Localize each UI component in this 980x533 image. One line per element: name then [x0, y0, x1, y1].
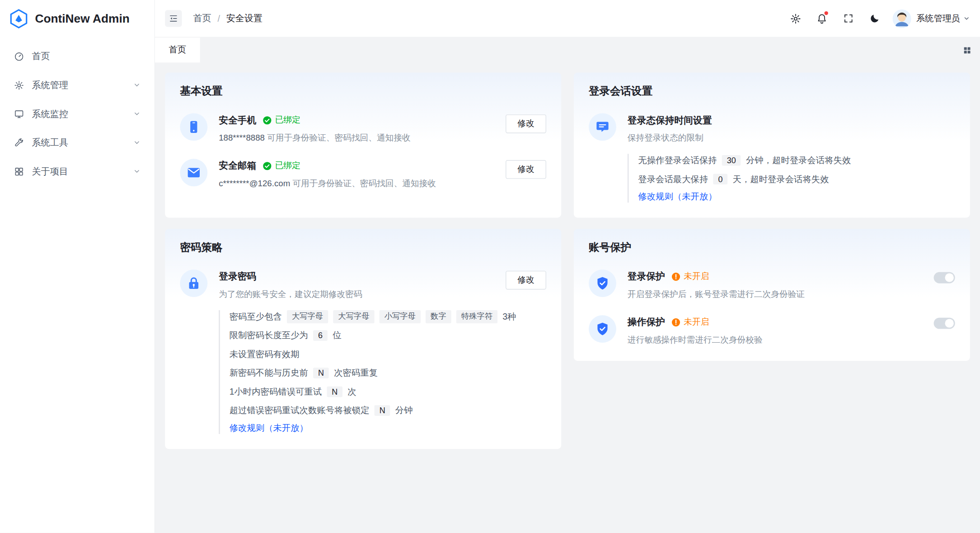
sidebar-nav: 首页 系统管理 系统监控 [0, 38, 155, 190]
toggle-knob [945, 273, 954, 282]
item-description: c********@126.com 可用于身份验证、密码找回、通知接收 [219, 178, 494, 189]
password-rule-expire: 未设置密码有效期 [230, 348, 546, 361]
card-title: 账号保护 [589, 240, 955, 255]
sidebar-item-system-tools[interactable]: 系统工具 [6, 130, 148, 155]
item-description: 保持登录状态的限制 [628, 132, 955, 144]
account-protection-card: 账号保护 登录保护 [574, 229, 970, 361]
item-description: 进行敏感操作时需进行二次身份校验 [628, 335, 923, 346]
sidebar-item-system-management[interactable]: 系统管理 [6, 72, 148, 97]
item-title: 安全邮箱 [219, 160, 256, 171]
breadcrumb-separator: / [217, 14, 220, 24]
user-menu[interactable]: 系统管理员 [916, 13, 970, 24]
shield-check-icon [589, 315, 616, 343]
item-title: 登录密码 [219, 270, 256, 282]
masked-email-value: c********@126.com [219, 179, 290, 189]
settings-gear-icon [790, 13, 801, 24]
session-edit-rules-link[interactable]: 修改规则（未开放） [638, 191, 717, 203]
history-count-value: N [313, 368, 329, 378]
sidebar-item-home[interactable]: 首页 [6, 44, 148, 69]
item-title: 安全手机 [219, 114, 256, 126]
retry-count-value: N [327, 387, 342, 397]
sidebar-item-label: 系统工具 [32, 137, 68, 148]
max-days-value: 0 [713, 174, 727, 185]
app-logo-icon [9, 9, 28, 28]
password-policy-card: 密码策略 登录密码 [165, 229, 561, 449]
password-rules: 密码至少包含 大写字母 大写字母 小写字母 数字 特殊字符 3种 限制密码长度至… [219, 310, 546, 434]
moon-icon [869, 13, 880, 24]
chat-icon [589, 113, 616, 141]
masked-phone-value: 188****8888 [219, 133, 265, 143]
chevron-down-icon [133, 81, 141, 89]
tab-label: 首页 [169, 44, 186, 56]
notification-dot [825, 11, 828, 14]
top-header: 首页 / 安全设置 [155, 0, 980, 38]
chevron-down-icon [133, 168, 141, 175]
notifications-button[interactable] [811, 8, 833, 29]
left-column: 基本设置 安全手机 [165, 72, 561, 449]
modify-phone-button[interactable]: 修改 [506, 114, 546, 133]
password-rule-length: 限制密码长度至少为 6 位 [230, 329, 546, 342]
security-phone-item: 安全手机 已绑定 188****8888 [180, 113, 546, 144]
shield-check-icon [589, 269, 616, 297]
chevron-down-icon [133, 139, 141, 146]
right-column: 登录会话设置 登录态保持时间设置 保持登录状态的限制 [574, 72, 970, 361]
chevron-down-icon [963, 15, 970, 22]
session-keep-item: 登录态保持时间设置 保持登录状态的限制 [589, 113, 955, 144]
session-idle-rule: 无操作登录会话保持 30 分钟，超时登录会话将失效 [638, 154, 955, 167]
card-title: 密码策略 [180, 240, 546, 255]
password-rule-lock: 超过错误密码重试次数账号将被锁定 N 分钟 [230, 404, 546, 417]
sidebar-item-label: 系统管理 [32, 79, 68, 91]
app-root: ContiNew Admin 首页 系统管理 [0, 0, 980, 533]
tab-grid-icon [962, 45, 972, 55]
sidebar-item-label: 系统监控 [32, 108, 68, 120]
app-title: ContiNew Admin [35, 12, 129, 25]
grid-icon [14, 166, 24, 177]
password-rule-history: 新密码不能与历史前 N 次密码重复 [230, 367, 546, 380]
tab-bar: 首页 [155, 38, 980, 62]
login-protection-toggle[interactable] [934, 272, 955, 283]
item-description: 188****8888 可用于身份验证、密码找回、通知接收 [219, 132, 494, 144]
chevron-down-icon [133, 110, 141, 118]
basic-settings-card: 基本设置 安全手机 [165, 72, 561, 217]
char-type-tag: 小写字母 [380, 310, 421, 323]
settings-button[interactable] [785, 8, 806, 29]
sidebar-item-system-monitor[interactable]: 系统监控 [6, 101, 148, 126]
item-title: 登录态保持时间设置 [628, 114, 712, 126]
sidebar: ContiNew Admin 首页 系统管理 [0, 0, 155, 533]
fullscreen-button[interactable] [838, 8, 859, 29]
user-name-label: 系统管理员 [916, 13, 960, 24]
user-avatar[interactable] [892, 9, 911, 28]
wrench-icon [14, 137, 24, 148]
card-title: 基本设置 [180, 84, 546, 98]
modify-email-button[interactable]: 修改 [506, 160, 546, 179]
sidebar-item-label: 关于项目 [32, 165, 68, 177]
status-badge-bound: 已绑定 [263, 114, 300, 126]
session-max-rule: 登录会话最大保持 0 天，超时登录会话将失效 [638, 173, 955, 186]
operation-protection-toggle[interactable] [934, 318, 955, 329]
check-circle-icon [263, 115, 272, 125]
modify-password-button[interactable]: 修改 [506, 271, 546, 289]
dashboard-icon [14, 51, 24, 62]
menu-fold-icon [169, 14, 178, 23]
password-rule-types: 密码至少包含 大写字母 大写字母 小写字母 数字 特殊字符 3种 [230, 310, 546, 323]
tab-home[interactable]: 首页 [155, 38, 200, 62]
tab-list-button[interactable] [954, 38, 980, 62]
gear-icon [14, 80, 24, 90]
sidebar-collapse-button[interactable] [165, 10, 182, 27]
fullscreen-icon [843, 13, 853, 24]
password-edit-rules-link[interactable]: 修改规则（未开放） [230, 423, 308, 434]
dark-mode-button[interactable] [864, 8, 885, 29]
mail-icon [180, 159, 207, 186]
idle-minutes-value: 30 [722, 155, 741, 166]
status-badge-bound: 已绑定 [263, 160, 300, 171]
breadcrumb: 首页 / 安全设置 [193, 13, 263, 24]
logo-area[interactable]: ContiNew Admin [0, 0, 155, 38]
warning-circle-icon [671, 272, 681, 281]
phone-icon [180, 113, 207, 141]
status-badge-disabled: 未开启 [671, 271, 709, 282]
breadcrumb-home[interactable]: 首页 [193, 13, 211, 24]
sidebar-item-about[interactable]: 关于项目 [6, 159, 148, 184]
lock-icon [180, 269, 207, 297]
check-circle-icon [263, 161, 272, 170]
min-length-value: 6 [313, 330, 328, 341]
